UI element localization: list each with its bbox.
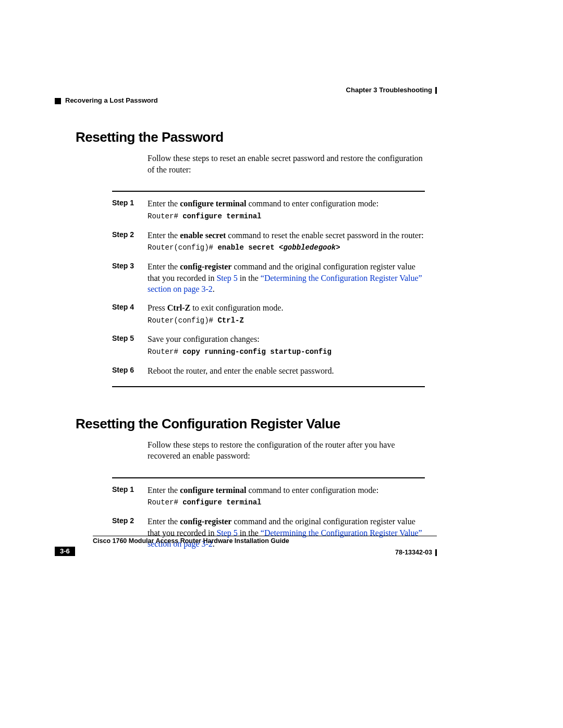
step-body: Save your configuration changes: Router#… (148, 334, 425, 360)
step-row: Step 5 Save your configuration changes: … (112, 334, 425, 360)
step-label: Step 3 (112, 261, 148, 297)
square-bullet-icon (55, 98, 61, 104)
step-row: Step 3 Enter the config-register command… (112, 261, 425, 297)
code-line: Router(config)# enable secret <gobbledeg… (148, 243, 425, 253)
step-label: Step 2 (112, 230, 148, 256)
content-area: Resetting the Password Follow these step… (76, 129, 425, 559)
section1-intro: Follow these steps to reset an enable se… (148, 153, 425, 175)
code-line: Router(config)# Ctrl-Z (148, 316, 425, 326)
step-body: Enter the configure terminal command to … (148, 485, 425, 511)
step-body: Enter the configure terminal command to … (148, 198, 425, 224)
step-label: Step 1 (112, 198, 148, 224)
step-row: Step 6 Reboot the router, and enter the … (112, 365, 425, 379)
page: Chapter 3 Troubleshooting Recovering a L… (0, 0, 563, 728)
step-label: Step 4 (112, 302, 148, 328)
step-body: Press Ctrl-Z to exit configuration mode.… (148, 302, 425, 328)
cross-ref-link[interactable]: Step 5 (216, 274, 237, 282)
step-row: Step 2 Enter the enable secret command t… (112, 230, 425, 256)
chapter-header: Chapter 3 Troubleshooting (346, 86, 437, 94)
subheader-text: Recovering a Lost Password (65, 96, 158, 104)
subheader: Recovering a Lost Password (55, 96, 158, 104)
page-number: 3-6 (55, 547, 75, 556)
code-line: Router# copy running-config startup-conf… (148, 347, 425, 357)
section1-steps: Step 1 Enter the configure terminal comm… (112, 191, 425, 387)
document-number: 78-13342-03 (395, 549, 437, 556)
step-row: Step 1 Enter the configure terminal comm… (112, 485, 425, 511)
step-row: Step 1 Enter the configure terminal comm… (112, 198, 425, 224)
step-row: Step 4 Press Ctrl-Z to exit configuratio… (112, 302, 425, 328)
chapter-label: Chapter 3 Troubleshooting (346, 86, 432, 94)
code-line: Router# configure terminal (148, 212, 425, 221)
section1-title: Resetting the Password (76, 129, 425, 145)
step-label: Step 5 (112, 334, 148, 360)
step-label: Step 6 (112, 365, 148, 379)
section2-intro: Follow these steps to restore the config… (148, 439, 425, 462)
step-body: Enter the enable secret command to reset… (148, 230, 425, 256)
footer-guide-title: Cisco 1760 Modular Access Router Hardwar… (93, 536, 437, 545)
footer-bar-icon (435, 549, 437, 556)
header-bar-icon (435, 87, 437, 94)
code-line: Router# configure terminal (148, 498, 425, 508)
section2-title: Resetting the Configuration Register Val… (76, 416, 425, 432)
step-body: Enter the config-register command and th… (148, 261, 425, 297)
step-label: Step 1 (112, 485, 148, 511)
footer-row: 3-6 78-13342-03 (55, 547, 437, 556)
step-body: Reboot the router, and enter the enable … (148, 365, 425, 379)
